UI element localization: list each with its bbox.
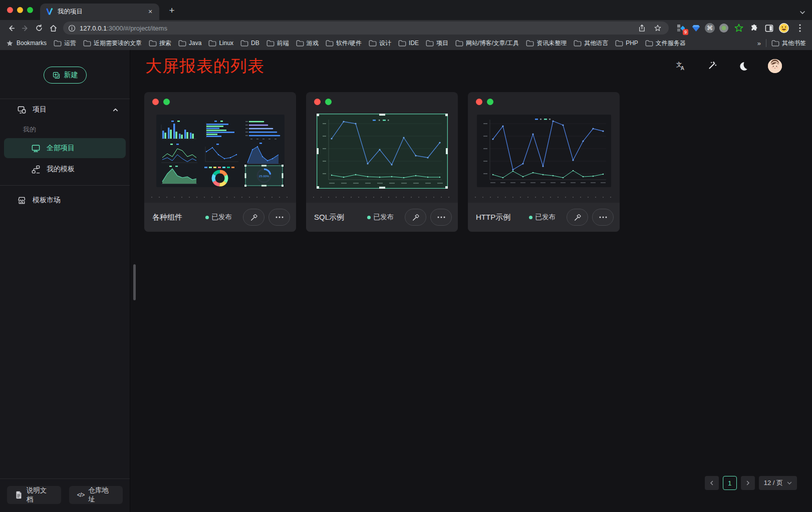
project-thumbnail[interactable] xyxy=(468,105,620,197)
home-icon[interactable] xyxy=(46,22,60,35)
extension-record-icon[interactable] xyxy=(718,22,730,34)
sidebar-item-all-projects[interactable]: 全部项目 xyxy=(4,138,126,158)
edit-hammer-button[interactable] xyxy=(567,209,588,226)
status-dot xyxy=(205,216,209,219)
browser-toolbar: 127.0.0.1:3000/#/project/items 9 ⌘ xyxy=(0,20,812,36)
prev-page-button[interactable] xyxy=(705,476,719,490)
sidebar: 新建 项目 我的 全部项目 xyxy=(0,50,130,512)
dotted-separator xyxy=(475,197,613,198)
folder-icon xyxy=(369,40,377,47)
extension-grid-icon[interactable]: 9 xyxy=(675,22,687,34)
bookmark-folder[interactable]: Java xyxy=(178,40,201,47)
bookmarks-root[interactable]: Bookmarks xyxy=(6,40,47,47)
sidebar-item-my-templates[interactable]: 我的模板 xyxy=(4,159,126,179)
card-decoration-dots xyxy=(468,92,620,105)
gauge-value-label: 25.00% xyxy=(258,175,269,178)
sidebar-toggle-icon[interactable] xyxy=(763,22,775,34)
current-page-button[interactable]: 1 xyxy=(723,476,737,490)
extension-star-icon[interactable] xyxy=(733,22,745,34)
more-actions-button[interactable] xyxy=(268,209,290,226)
extensions-puzzle-icon[interactable] xyxy=(748,22,760,34)
reload-icon[interactable] xyxy=(32,22,46,35)
bookmarks-overflow-chevron[interactable]: » xyxy=(757,40,761,47)
project-card[interactable]: SQL示例 已发布 xyxy=(306,92,458,232)
project-card[interactable]: HTTP示例 已发布 xyxy=(468,92,620,232)
folder-icon xyxy=(178,40,186,47)
edit-hammer-button[interactable] xyxy=(243,209,264,226)
edit-hammer-button[interactable] xyxy=(405,209,426,226)
project-thumbnail[interactable]: 25.00% xyxy=(144,105,296,197)
bookmark-folder-list: 运营 近期需要读的文章 搜索 Java Linu xyxy=(54,39,750,48)
red-dot xyxy=(476,99,482,105)
other-bookmarks-folder[interactable]: 其他书签 xyxy=(771,39,806,48)
bookmark-folder[interactable]: 项目 xyxy=(426,39,448,48)
status-label: 已发布 xyxy=(374,213,394,222)
bookmark-folder[interactable]: 软件/硬件 xyxy=(326,39,362,48)
bookmark-folder[interactable]: 网站/博客/文章/工具 xyxy=(455,39,519,48)
forward-icon[interactable] xyxy=(18,22,32,35)
sidebar-item-template-market[interactable]: 模板市场 xyxy=(0,190,130,211)
back-icon[interactable] xyxy=(4,22,18,35)
bookmark-folder[interactable]: 文件服务器 xyxy=(645,39,686,48)
extension-gem-icon[interactable] xyxy=(690,22,702,34)
next-page-button[interactable] xyxy=(741,476,755,490)
browser-tab[interactable]: 我的项目 × xyxy=(40,4,159,20)
bookmark-folder[interactable]: 设计 xyxy=(369,39,391,48)
more-dots-icon xyxy=(437,216,445,218)
chevron-up-icon[interactable] xyxy=(112,107,119,113)
chrome-menu-icon[interactable] xyxy=(793,22,807,35)
folder-icon xyxy=(296,40,304,47)
profile-emoji-icon[interactable] xyxy=(778,22,790,34)
new-file-icon xyxy=(52,71,61,80)
bookmark-folder[interactable]: PHP xyxy=(615,40,638,47)
content-scrollbar-thumb[interactable] xyxy=(133,264,136,300)
bookmark-folder[interactable]: 其他语言 xyxy=(574,39,608,48)
bookmark-folder[interactable]: IDE xyxy=(398,40,419,47)
site-favicon xyxy=(45,8,54,16)
url-path: :3000/#/project/items xyxy=(107,25,167,32)
green-dot xyxy=(487,99,493,105)
share-icon[interactable] xyxy=(635,22,649,35)
bookmark-folder[interactable]: 搜索 xyxy=(149,39,171,48)
site-info-icon[interactable] xyxy=(68,25,76,32)
sidebar-item-my-templates-label: 我的模板 xyxy=(47,165,75,174)
bookmark-folder[interactable]: 近期需要读的文章 xyxy=(83,39,142,48)
bookmark-folder[interactable]: 运营 xyxy=(54,39,76,48)
new-project-button[interactable]: 新建 xyxy=(44,67,87,84)
project-thumbnail[interactable] xyxy=(306,105,458,197)
project-card[interactable]: 25.00% 各种组件 已发布 xyxy=(144,92,296,232)
extension-command-icon[interactable]: ⌘ xyxy=(705,23,715,33)
folder-icon xyxy=(615,40,623,47)
bookmark-folder[interactable]: Linux xyxy=(208,40,233,47)
bookmark-folder[interactable]: 游戏 xyxy=(296,39,319,48)
card-footer: SQL示例 已发布 xyxy=(306,203,458,232)
tab-search-chevron-icon[interactable] xyxy=(799,9,806,16)
bookmark-folder[interactable]: 前端 xyxy=(266,39,289,48)
sidebar-group-project[interactable]: 项目 xyxy=(0,99,130,120)
zoom-window-button[interactable] xyxy=(27,7,33,13)
folder-icon xyxy=(398,40,406,47)
page-size-select[interactable]: 12 / 页 xyxy=(759,476,797,490)
tab-close-icon[interactable]: × xyxy=(146,8,154,16)
close-window-button[interactable] xyxy=(7,7,13,13)
bookmark-folder[interactable]: 资讯未整理 xyxy=(526,39,567,48)
more-actions-button[interactable] xyxy=(592,209,614,226)
dark-mode-moon-icon[interactable] xyxy=(737,60,749,72)
language-icon[interactable]: 文A xyxy=(675,60,687,72)
url-host: 127.0.0.1 xyxy=(80,25,107,32)
card-decoration-dots xyxy=(306,92,458,105)
minimize-window-button[interactable] xyxy=(17,7,23,13)
user-avatar[interactable] xyxy=(768,59,782,73)
folder-icon xyxy=(240,40,248,47)
url-bar[interactable]: 127.0.0.1:3000/#/project/items xyxy=(63,22,669,35)
folder-icon xyxy=(455,40,463,47)
more-actions-button[interactable] xyxy=(430,209,452,226)
bookmark-star-icon[interactable] xyxy=(651,22,665,35)
folder-icon xyxy=(326,40,334,47)
dual-screen-icon xyxy=(17,105,27,115)
new-tab-button[interactable]: + xyxy=(165,4,178,17)
repo-button[interactable]: </> 仓库地址 xyxy=(69,486,123,504)
bookmark-folder[interactable]: DB xyxy=(240,40,259,47)
docs-button[interactable]: 说明文档 xyxy=(7,486,61,504)
magic-wand-icon[interactable] xyxy=(706,60,718,72)
